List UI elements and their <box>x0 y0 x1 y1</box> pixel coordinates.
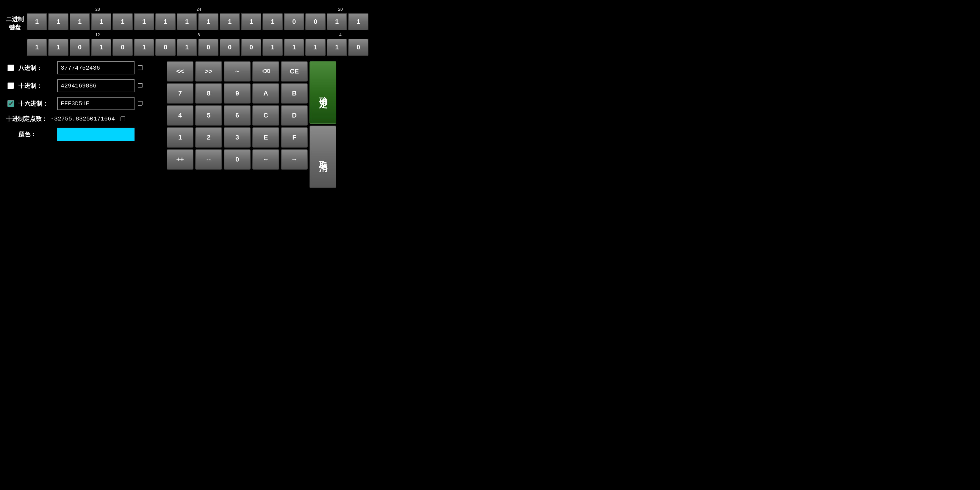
kp-D[interactable]: D <box>281 105 308 126</box>
bit-4[interactable]: 1 <box>262 39 283 56</box>
binary-row-bottom: 12 8 4 <box>27 32 458 56</box>
hex-label: 十六进制： <box>19 100 54 108</box>
kp-increment[interactable]: ++ <box>167 150 193 170</box>
fixed-point-value: -32755.83250171664 <box>51 115 115 122</box>
color-checkbox-placeholder <box>6 129 16 139</box>
bit-position-labels-bottom: 12 8 4 <box>27 32 458 38</box>
bit-22[interactable]: 1 <box>220 13 240 30</box>
bit-0[interactable]: 0 <box>348 39 368 56</box>
kp-tilde[interactable]: ~ <box>224 61 251 81</box>
decimal-label: 十进制： <box>19 82 54 90</box>
bit-21[interactable]: 1 <box>241 13 261 30</box>
bit-20[interactable]: 1 <box>262 13 283 30</box>
bit-1[interactable]: 1 <box>327 39 347 56</box>
hex-input[interactable] <box>57 97 135 110</box>
keypad-panel: << >> ~ ⌫ CE 7 8 9 A B 4 5 6 C D 1 2 <box>167 61 452 188</box>
binary-label: 二进制 键盘 <box>6 6 24 32</box>
color-preview[interactable] <box>57 127 135 141</box>
bit-7[interactable]: 0 <box>198 39 218 56</box>
bit-27[interactable]: 1 <box>113 13 133 30</box>
kp-B[interactable]: B <box>281 83 308 103</box>
input-panel: 八进制： ❐ 十进制： ❐ 十六进制： ❐ <box>6 61 161 141</box>
decimal-copy-icon[interactable]: ❐ <box>137 82 143 89</box>
bit-10[interactable]: 1 <box>134 39 154 56</box>
bit-2[interactable]: 1 <box>305 39 326 56</box>
kp-7[interactable]: 7 <box>167 83 193 103</box>
kp-shift-left[interactable]: << <box>167 61 193 81</box>
bit-25[interactable]: 1 <box>155 13 176 30</box>
bit-pos-4: 4 <box>330 32 351 37</box>
fixed-point-label: 十进制定点数： <box>6 115 48 123</box>
kp-E[interactable]: E <box>252 127 279 148</box>
bit-16[interactable]: 1 <box>348 13 368 30</box>
cancel-label: 取消 <box>317 154 329 159</box>
octal-copy-icon[interactable]: ❐ <box>137 64 143 72</box>
kp-0[interactable]: 0 <box>224 150 251 170</box>
side-buttons: 确定 取消 <box>310 61 336 188</box>
decimal-checkbox-wrap[interactable] <box>6 81 16 91</box>
kp-arrow-right[interactable]: → <box>281 150 308 170</box>
bit-position-labels-top: 28 24 20 <box>27 6 458 13</box>
bit-5[interactable]: 0 <box>241 39 261 56</box>
kp-4[interactable]: 4 <box>167 105 193 126</box>
hex-checkbox-wrap[interactable] <box>6 99 16 108</box>
bit-13[interactable]: 0 <box>70 39 90 56</box>
bit-12[interactable]: 1 <box>91 39 111 56</box>
octal-row: 八进制： ❐ <box>6 61 161 75</box>
backspace-icon: ⌫ <box>262 68 270 75</box>
bit-17[interactable]: 1 <box>327 13 347 30</box>
keypad-grid: << >> ~ ⌫ CE 7 8 9 A B 4 5 6 C D 1 2 <box>167 61 308 188</box>
binary-section: 二进制 键盘 28 24 <box>6 6 452 56</box>
bit-11[interactable]: 0 <box>113 39 133 56</box>
kp-backspace[interactable]: ⌫ <box>252 61 279 81</box>
decimal-row: 十进制： ❐ <box>6 79 161 92</box>
binary-rows: 28 24 20 <box>27 6 458 56</box>
bit-9[interactable]: 0 <box>155 39 176 56</box>
kp-6[interactable]: 6 <box>224 105 251 126</box>
bit-19[interactable]: 0 <box>284 13 304 30</box>
kp-arrow-left[interactable]: ← <box>252 150 279 170</box>
kp-shift-right[interactable]: >> <box>195 61 222 81</box>
octal-checkbox[interactable] <box>8 65 14 71</box>
bit-8[interactable]: 1 <box>177 39 197 56</box>
kp-1[interactable]: 1 <box>167 127 193 148</box>
kp-A[interactable]: A <box>252 83 279 103</box>
decimal-checkbox[interactable] <box>8 83 14 89</box>
bit-15[interactable]: 1 <box>27 39 47 56</box>
octal-input[interactable] <box>57 61 135 75</box>
bit-29[interactable]: 1 <box>70 13 90 30</box>
confirm-label: 确定 <box>317 90 329 95</box>
fixed-point-copy-icon[interactable]: ❐ <box>120 115 126 123</box>
kp-F[interactable]: F <box>281 127 308 148</box>
binary-row-top: 28 24 20 <box>27 6 458 30</box>
cancel-button[interactable]: 取消 <box>310 126 336 188</box>
bit-24[interactable]: 1 <box>177 13 197 30</box>
decimal-input[interactable] <box>57 79 135 92</box>
kp-decrement[interactable]: -- <box>195 150 222 170</box>
hex-checkbox[interactable] <box>8 100 14 107</box>
kp-8[interactable]: 8 <box>195 83 222 103</box>
kp-2[interactable]: 2 <box>195 127 222 148</box>
kp-9[interactable]: 9 <box>224 83 251 103</box>
kp-3[interactable]: 3 <box>224 127 251 148</box>
confirm-button[interactable]: 确定 <box>310 61 336 124</box>
bit-31[interactable]: 1 <box>27 13 47 30</box>
bit-3[interactable]: 1 <box>284 39 304 56</box>
bit-14[interactable]: 1 <box>48 39 68 56</box>
bit-6[interactable]: 0 <box>220 39 240 56</box>
kp-5[interactable]: 5 <box>195 105 222 126</box>
color-label: 颜色： <box>19 130 54 138</box>
hex-copy-icon[interactable]: ❐ <box>137 100 143 107</box>
bit-28[interactable]: 1 <box>91 13 111 30</box>
octal-checkbox-wrap[interactable] <box>6 63 16 73</box>
kp-ce[interactable]: CE <box>281 61 308 81</box>
fixed-point-row: 十进制定点数： -32755.83250171664 ❐ <box>6 115 161 123</box>
hex-row: 十六进制： ❐ <box>6 97 161 110</box>
bit-26[interactable]: 1 <box>134 13 154 30</box>
bit-30[interactable]: 1 <box>48 13 68 30</box>
bit-23[interactable]: 1 <box>198 13 218 30</box>
kp-C[interactable]: C <box>252 105 279 126</box>
bit-18[interactable]: 0 <box>305 13 326 30</box>
bit-pos-20: 20 <box>330 7 351 11</box>
bit-pos-24: 24 <box>189 7 209 11</box>
